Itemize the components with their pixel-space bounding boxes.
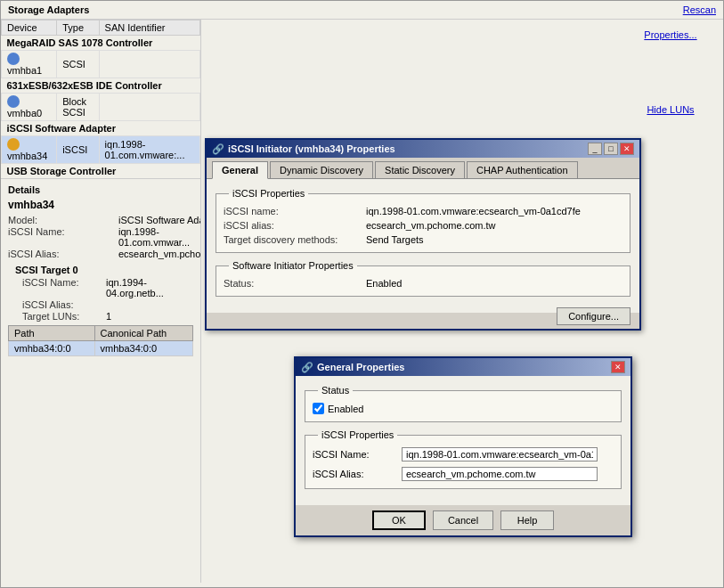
gp-iscsi-legend: iSCSI Properties (318, 429, 397, 440)
panel-title: Storage Adapters (8, 4, 89, 15)
tab-dynamic-discovery[interactable]: Dynamic Discovery (270, 161, 373, 178)
device-vmhba0[interactable]: vmhba0 Block SCSI (2, 94, 200, 121)
path-table-wrapper: Path Canonical Path vmhba34:0:0 vmhba34:… (8, 325, 193, 356)
gp-field-iscsi-alias: iSCSI Alias: (313, 467, 614, 481)
scsi-detail-grid: iSCSI Name: iqn.1994-04.org.netb... iSCS… (22, 277, 193, 322)
iscsi-dialog-titlebar: 🔗 iSCSI Initiator (vmhba34) Properties _… (207, 140, 639, 158)
enabled-checkbox-row: Enabled (313, 403, 614, 414)
software-props-fieldset: Software Initiator Properties Status: En… (216, 260, 630, 297)
device-vmhba34[interactable]: vmhba34 iSCSI iqn.1998-01.com.vmware:... (2, 136, 200, 164)
general-props-dialog: 🔗 General Properties ✕ Status Enabled iS… (294, 356, 632, 537)
group-megaraid: MegaRAID SAS 1078 Controller (2, 36, 200, 51)
col-path: Path (9, 326, 95, 341)
gp-close-btn[interactable]: ✕ (611, 361, 625, 373)
details-grid: Model: iSCSI Software Adapter iSCSI Name… (8, 215, 193, 259)
tab-static-discovery[interactable]: Static Discovery (375, 161, 465, 178)
iscsi-tab-bar: General Dynamic Discovery Static Discove… (207, 158, 639, 179)
col-canonical: Canonical Path (94, 326, 192, 341)
iscsi-dialog-icon: 🔗 (212, 143, 224, 155)
details-title: Details (8, 184, 193, 195)
iscsi-close-btn[interactable]: ✕ (620, 143, 634, 155)
iscsi-alias-input[interactable] (402, 467, 598, 481)
tab-chap-auth[interactable]: CHAP Authentication (467, 161, 578, 178)
iscsi-dialog-body: iSCSI Properties iSCSI name: iqn.1998-01… (207, 179, 639, 313)
iscsi-dialog-title: iSCSI Initiator (vmhba34) Properties (228, 143, 395, 154)
iscsi-dialog-controls: _ □ ✕ (588, 143, 634, 155)
right-buttons: Properties... Hide LUNs (622, 27, 720, 118)
iscsi-props-legend: iSCSI Properties (229, 188, 308, 199)
field-iscsi-alias: iSCSI alias: ecsearch_vm.pchome.com.tw (224, 220, 622, 231)
col-san: SAN Identifier (99, 20, 199, 36)
gp-dialog-controls: ✕ (611, 361, 625, 373)
gp-status-fieldset: Status Enabled (305, 385, 622, 422)
col-type: Type (57, 20, 99, 36)
adapter-table: Device Type SAN Identifier MegaRAID SAS … (1, 20, 200, 178)
iscsi-minimize-btn[interactable]: _ (588, 143, 602, 155)
gp-dialog-icon: 🔗 (301, 361, 313, 373)
gp-iscsi-props-fieldset: iSCSI Properties iSCSI Name: iSCSI Alias… (305, 429, 622, 489)
tab-general[interactable]: General (212, 161, 268, 179)
gp-dialog-title: General Properties (317, 362, 404, 372)
gp-field-iscsi-name: iSCSI Name: (313, 447, 614, 461)
configure-btn[interactable]: Configure... (557, 307, 630, 325)
details-vmhba: vmhba34 (8, 199, 193, 211)
field-status: Status: Enabled (224, 278, 622, 289)
gp-dialog-footer: OK Cancel Help (296, 505, 630, 535)
scsi-target: SCSI Target 0 iSCSI Name: iqn.1994-04.or… (8, 265, 193, 322)
gp-dialog-body: Status Enabled iSCSI Properties iSCSI Na… (296, 376, 630, 505)
iscsi-props-fieldset: iSCSI Properties iSCSI name: iqn.1998-01… (216, 188, 630, 253)
panel-header: Storage Adapters Rescan (1, 1, 723, 20)
field-discovery-methods: Target discovery methods: Send Targets (224, 234, 622, 245)
gp-titlebar: 🔗 General Properties ✕ (296, 358, 630, 376)
col-device: Device (2, 20, 57, 36)
details-section: Details vmhba34 Model: iSCSI Software Ad… (1, 178, 200, 362)
field-iscsi-name: iSCSI name: iqn.1998-01.com.vmware:ecsea… (224, 206, 622, 216)
gp-status-legend: Status (318, 385, 353, 396)
ok-button[interactable]: OK (372, 510, 426, 530)
path-row[interactable]: vmhba34:0:0 vmhba34:0:0 (9, 341, 193, 356)
group-usb: USB Storage Controller (2, 164, 200, 179)
path-table: Path Canonical Path vmhba34:0:0 vmhba34:… (8, 325, 193, 356)
help-button[interactable]: Help (500, 510, 554, 530)
iscsi-initiator-dialog: 🔗 iSCSI Initiator (vmhba34) Properties _… (205, 138, 641, 331)
group-iscsi: iSCSI Software Adapter (2, 121, 200, 136)
group-ide: 631xESB/632xESB IDE Controller (2, 78, 200, 94)
iscsi-name-input[interactable] (402, 447, 598, 461)
rescan-link[interactable]: Rescan (683, 4, 716, 15)
iscsi-maximize-btn[interactable]: □ (604, 143, 618, 155)
enabled-checkbox[interactable] (313, 403, 324, 414)
enabled-label: Enabled (328, 404, 363, 414)
hide-luns-link[interactable]: Hide LUNs (622, 102, 720, 118)
device-vmhba1[interactable]: vmhba1 SCSI (2, 51, 200, 78)
software-legend: Software Initiator Properties (229, 260, 357, 271)
properties-link[interactable]: Properties... (622, 27, 720, 43)
cancel-button[interactable]: Cancel (433, 510, 493, 530)
scsi-target-title: SCSI Target 0 (15, 265, 193, 275)
